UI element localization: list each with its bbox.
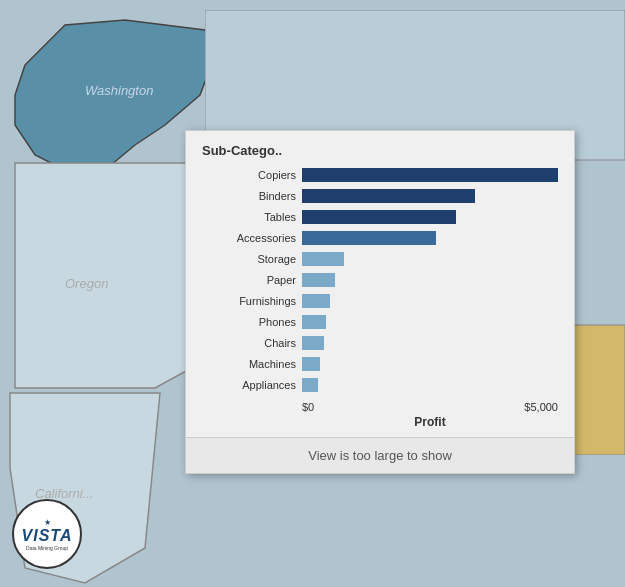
axis-title: Profit — [302, 415, 558, 437]
logo-main-text: VISTA — [22, 527, 73, 545]
bar-container — [302, 273, 558, 287]
bar-fill — [302, 210, 456, 224]
bar-row: Binders — [202, 187, 558, 205]
bar-label: Phones — [202, 316, 302, 328]
bar-label: Machines — [202, 358, 302, 370]
bar-row: Machines — [202, 355, 558, 373]
bottom-message: View is too large to show — [186, 437, 574, 473]
bar-label: Furnishings — [202, 295, 302, 307]
bar-container — [302, 315, 558, 329]
bar-label: Tables — [202, 211, 302, 223]
logo-sub-text: Data Mining Group — [26, 545, 68, 551]
bar-row: Phones — [202, 313, 558, 331]
bar-fill — [302, 315, 326, 329]
bar-container — [302, 210, 558, 224]
bar-fill — [302, 168, 558, 182]
bar-container — [302, 336, 558, 350]
bar-row: Copiers — [202, 166, 558, 184]
bar-container — [302, 378, 558, 392]
bar-fill — [302, 378, 318, 392]
bar-container — [302, 252, 558, 266]
bars-container: CopiersBindersTablesAccessoriesStoragePa… — [202, 166, 558, 394]
bar-row: Chairs — [202, 334, 558, 352]
bar-row: Accessories — [202, 229, 558, 247]
bar-label: Binders — [202, 190, 302, 202]
x-axis-start: $0 — [302, 401, 314, 413]
logo-star: ★ — [44, 518, 51, 527]
chart-title: Sub-Catego.. — [202, 143, 558, 158]
x-axis: $0 $5,000 — [302, 397, 558, 415]
chart-panel: Sub-Catego.. CopiersBindersTablesAccesso… — [185, 130, 575, 474]
bar-fill — [302, 231, 436, 245]
x-axis-end: $5,000 — [524, 401, 558, 413]
oregon-state: Oregon — [5, 158, 215, 393]
svg-text:Oregon: Oregon — [65, 276, 108, 291]
bar-fill — [302, 189, 475, 203]
bar-row: Furnishings — [202, 292, 558, 310]
bar-fill — [302, 252, 344, 266]
bar-container — [302, 189, 558, 203]
bar-fill — [302, 294, 330, 308]
bar-fill — [302, 336, 324, 350]
bar-label: Appliances — [202, 379, 302, 391]
bar-container — [302, 231, 558, 245]
bar-container — [302, 294, 558, 308]
bar-container — [302, 168, 558, 182]
bar-row: Paper — [202, 271, 558, 289]
bar-fill — [302, 273, 335, 287]
bar-row: Storage — [202, 250, 558, 268]
svg-marker-2 — [15, 163, 210, 388]
svg-text:Washington: Washington — [85, 83, 153, 98]
bar-container — [302, 357, 558, 371]
bar-label: Chairs — [202, 337, 302, 349]
bar-fill — [302, 357, 320, 371]
bar-label: Storage — [202, 253, 302, 265]
bar-label: Copiers — [202, 169, 302, 181]
bar-row: Tables — [202, 208, 558, 226]
vista-logo: ★ VISTA Data Mining Group — [12, 499, 82, 569]
bar-label: Accessories — [202, 232, 302, 244]
bar-row: Appliances — [202, 376, 558, 394]
bar-label: Paper — [202, 274, 302, 286]
